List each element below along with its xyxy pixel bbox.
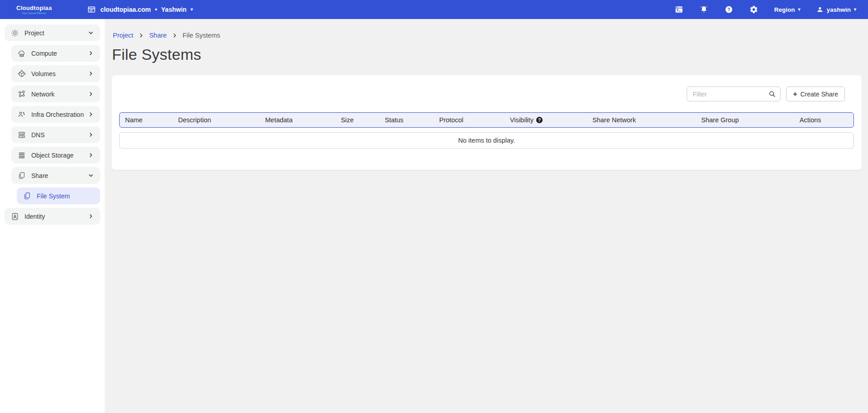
column-header-size: Size <box>335 116 379 124</box>
caret-down-icon: ▾ <box>191 7 193 12</box>
sidebar-item-label: Volumes <box>31 70 87 77</box>
bell-icon[interactable] <box>699 5 708 14</box>
search-icon[interactable] <box>768 90 776 98</box>
copy-pages-icon <box>23 192 32 201</box>
breadcrumb-link-project[interactable]: Project <box>113 32 133 39</box>
gear-icon[interactable] <box>749 5 758 14</box>
column-header-share-group: Share Group <box>696 116 794 124</box>
chevron-right-icon <box>87 50 94 57</box>
chevron-down-icon <box>87 172 94 179</box>
copy-pages-icon <box>17 171 26 180</box>
create-share-button[interactable]: + Create Share <box>786 86 845 101</box>
column-header-description: Description <box>173 116 260 124</box>
cloud-compute-icon <box>17 49 26 58</box>
svg-text:?: ? <box>727 7 730 12</box>
column-header-share-network: Share Network <box>587 116 696 124</box>
chevron-right-icon <box>87 131 94 138</box>
user-icon <box>816 6 824 13</box>
domain-bullet: • <box>155 6 157 13</box>
sidebar-item-label: DNS <box>31 131 87 139</box>
column-header-name: Name <box>120 116 173 124</box>
brand-logo[interactable]: Cloudtopiaa Your Cloud Partner <box>16 5 52 14</box>
sidebar-item-infra-orchestration[interactable]: Infra Orchestration <box>11 106 100 123</box>
sidebar-item-object-storage[interactable]: Object Storage <box>11 147 100 163</box>
filter-input[interactable] <box>687 86 781 101</box>
column-header-protocol: Protocol <box>434 116 504 124</box>
chevron-right-icon <box>87 91 94 97</box>
region-label: Region <box>774 6 795 13</box>
sidebar-item-identity[interactable]: Identity <box>5 208 100 225</box>
chevron-right-icon <box>87 70 94 77</box>
sidebar-item-file-system[interactable]: File System <box>17 187 100 204</box>
page-title: File Systems <box>112 46 862 63</box>
console-icon[interactable] <box>674 5 684 14</box>
column-header-status: Status <box>379 116 434 124</box>
server-stack-icon <box>17 130 26 139</box>
sidebar-item-network[interactable]: Network <box>11 86 100 102</box>
id-badge-icon <box>10 212 19 221</box>
sidebar-item-label: Object Storage <box>31 152 87 159</box>
sidebar-item-label: Compute <box>31 50 87 57</box>
sidebar-item-label: Share <box>31 172 87 179</box>
help-icon[interactable]: ? <box>724 5 733 14</box>
column-header-visibility: Visibility ? <box>504 116 587 124</box>
chevron-down-icon <box>87 29 94 36</box>
chevron-right-icon <box>87 152 94 158</box>
plus-icon: + <box>793 91 797 98</box>
table-header-row: Name Description Metadata Size Status Pr… <box>119 112 854 128</box>
user-menu[interactable]: yashwin ▾ <box>816 6 856 13</box>
project-name: Yashwin <box>161 6 187 13</box>
topbar-right: ? Region ▾ yashwin ▾ <box>674 5 856 14</box>
column-header-metadata: Metadata <box>260 116 335 124</box>
sidebar-item-compute[interactable]: Compute <box>11 45 100 62</box>
empty-message: No items to display. <box>458 137 515 144</box>
domain-project-selector[interactable]: cloudtopiaa.com • Yashwin ▾ <box>87 5 193 14</box>
column-header-actions: Actions <box>794 116 853 124</box>
sidebar-item-label: Project <box>24 29 87 37</box>
username: yashwin <box>827 6 851 13</box>
list-bars-icon <box>17 151 26 160</box>
sidebar-item-volumes[interactable]: Volumes <box>11 65 100 82</box>
visibility-help-icon[interactable]: ? <box>536 117 543 123</box>
brand-name: Cloudtopiaa <box>16 5 52 11</box>
main-content: Project Share File Systems File Systems … <box>105 19 868 413</box>
sidebar-item-project[interactable]: Project <box>5 24 100 41</box>
caret-down-icon: ▾ <box>798 7 800 12</box>
sidebar-item-dns[interactable]: DNS <box>11 126 100 143</box>
filter-wrap <box>687 86 781 101</box>
domain-name: cloudtopiaa.com <box>100 6 150 13</box>
chevron-right-icon <box>87 213 94 220</box>
sidebar-item-label: Identity <box>24 213 87 220</box>
chevron-right-icon <box>138 33 144 38</box>
cube-icon <box>17 69 26 78</box>
project-gear-icon <box>10 29 19 38</box>
network-nodes-icon <box>17 90 26 99</box>
empty-table-row: No items to display. <box>119 132 854 149</box>
breadcrumb: Project Share File Systems <box>113 32 862 39</box>
chevron-right-icon <box>87 111 94 118</box>
create-share-label: Create Share <box>800 91 838 98</box>
domain-icon <box>87 5 96 14</box>
sidebar-item-label: Infra Orchestration <box>31 111 87 118</box>
sidebar: Project Compute Volumes <box>0 19 105 413</box>
sidebar-item-label: File System <box>37 192 94 200</box>
breadcrumb-link-share[interactable]: Share <box>149 32 167 39</box>
file-systems-card: + Create Share Name Description Metadata… <box>112 75 862 170</box>
region-selector[interactable]: Region ▾ <box>774 6 800 13</box>
brand-tagline: Your Cloud Partner <box>22 12 46 14</box>
chevron-right-icon <box>172 33 178 38</box>
topbar: Cloudtopiaa Your Cloud Partner cloudtopi… <box>0 0 868 19</box>
sidebar-item-label: Network <box>31 91 87 98</box>
table-toolbar: + Create Share <box>119 86 845 101</box>
caret-down-icon: ▾ <box>854 7 856 12</box>
orchestration-person-icon <box>17 110 26 119</box>
breadcrumb-current: File Systems <box>183 32 220 39</box>
sidebar-item-share[interactable]: Share <box>11 167 100 184</box>
